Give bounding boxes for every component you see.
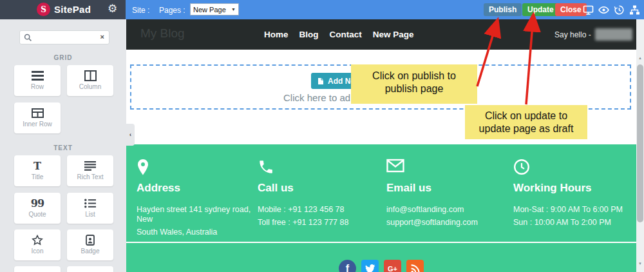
clock-icon — [513, 159, 636, 176]
gplus-glyph: G+ — [388, 265, 397, 272]
widget-label: Title — [14, 173, 61, 180]
sitepad-logo-icon: S — [37, 3, 50, 16]
note-line: update page as draft — [465, 122, 587, 135]
scrollbar-thumb[interactable] — [637, 64, 643, 222]
footer-col-call: Call us Mobile : +91 123 456 78 Toll fre… — [258, 144, 380, 228]
facebook-icon[interactable]: f — [339, 260, 356, 272]
widget-list[interactable]: List — [67, 193, 113, 224]
footer-col-address: Address Hayden street 141 sydney road, N… — [137, 144, 259, 237]
responsive-preview-icon[interactable] — [583, 5, 594, 15]
logo-letter: S — [41, 5, 46, 14]
page-canvas: My Blog Home Blog Contact New Page Say h… — [126, 19, 636, 272]
envelope-icon — [386, 159, 509, 176]
search-icon — [24, 34, 32, 42]
section-title-grid: GRID — [0, 54, 126, 61]
widget-label: Rich Text — [67, 173, 113, 180]
column-icon — [67, 70, 113, 82]
social-links: f G+ — [126, 260, 636, 272]
gear-icon[interactable]: ⚙ — [108, 2, 117, 15]
canvas-scrollbar[interactable]: ▲ ▼ — [636, 19, 644, 272]
chevron-left-icon: ‹ — [129, 131, 131, 138]
section-title-text: TEXT — [0, 144, 126, 151]
widget-row[interactable]: Row — [14, 65, 61, 96]
footer-line: Toll free : +91 123 777 88 — [258, 218, 380, 228]
update-annotation-note: Click on update to update page as draft — [465, 105, 587, 139]
widget-inner-row[interactable]: Inner Row — [14, 102, 61, 133]
redacted-contact — [595, 28, 632, 41]
publish-annotation-note: Click on publish to publish page — [351, 64, 477, 104]
widget-badge[interactable]: Badge — [67, 229, 113, 260]
widget-rich-text[interactable]: Rich Text — [67, 155, 113, 186]
site-label: Site : — [132, 6, 149, 15]
widget-label: Inner Row — [14, 121, 61, 128]
top-toolbar: S SitePad ⚙ Site : Pages : New Page ▼ Pu… — [0, 0, 644, 19]
twitter-icon[interactable] — [361, 260, 379, 272]
brand-area: S SitePad ⚙ — [0, 0, 126, 19]
row-icon — [14, 70, 61, 82]
note-line: Click on update to — [465, 110, 587, 122]
update-button[interactable]: Update — [522, 3, 559, 16]
widget-label: List — [67, 211, 113, 218]
facebook-glyph: f — [346, 263, 349, 272]
star-icon — [14, 234, 61, 246]
scroll-up-icon[interactable]: ▲ — [636, 56, 644, 60]
footer-line: info@softlanding.com — [386, 205, 509, 215]
document-icon — [317, 77, 324, 85]
page-select[interactable]: New Page ▼ — [190, 3, 239, 15]
nav-item-new-page[interactable]: New Page — [373, 30, 414, 39]
scroll-down-icon[interactable]: ▼ — [636, 262, 644, 266]
widget-label: Column — [67, 83, 113, 90]
widgets-sidebar: × GRID Row Column Inner Row TEXT T Title — [0, 19, 126, 272]
footer-line: South Wales, Australia — [137, 228, 259, 237]
widget-partial[interactable] — [67, 266, 113, 272]
pages-label: Pages : — [159, 6, 185, 15]
app-title: SitePad — [54, 4, 91, 15]
phone-icon — [258, 159, 380, 176]
page-select-value: New Page — [193, 6, 226, 14]
footer-line: Mon-Sat : 9:00 AM To 6:00 PM — [513, 205, 636, 215]
footer-title: Working Hours — [513, 182, 636, 195]
footer-col-email: Email us info@softlanding.com support@so… — [386, 144, 509, 228]
nav-item-contact[interactable]: Contact — [330, 30, 362, 39]
footer-divider — [126, 242, 636, 243]
nav-item-blog[interactable]: Blog — [299, 30, 319, 39]
widget-title[interactable]: T Title — [14, 155, 61, 186]
click-here-hint: Click here to ad — [283, 92, 350, 103]
footer-line: Sun : 10:00 AM To 2:00 PM — [513, 218, 636, 228]
site-menu: Home Blog Contact New Page — [264, 19, 414, 50]
chevron-down-icon: ▼ — [231, 7, 236, 12]
search-clear-icon[interactable]: × — [100, 33, 104, 41]
footer-col-hours: Working Hours Mon-Sat : 9:00 AM To 6:00 … — [513, 144, 636, 228]
widget-label: Row — [14, 83, 61, 90]
inner-row-icon — [14, 107, 61, 119]
footer-title: Call us — [258, 182, 380, 195]
widget-label: Quote — [14, 211, 61, 218]
sitemap-icon[interactable] — [629, 5, 640, 15]
sidebar-collapse-toggle[interactable]: ‹ — [126, 124, 135, 146]
widget-icon[interactable]: Icon — [14, 229, 61, 260]
footer-title: Address — [137, 182, 259, 195]
list-icon — [67, 197, 113, 209]
footer-line: Mobile : +91 123 456 78 — [258, 205, 380, 215]
rich-text-icon — [67, 160, 113, 172]
revision-history-icon[interactable] — [614, 5, 625, 15]
widget-partial[interactable] — [14, 266, 61, 272]
rss-icon[interactable] — [406, 260, 424, 272]
preview-eye-icon[interactable] — [598, 5, 609, 15]
footer-line: Hayden street 141 sydney road, New — [137, 205, 259, 224]
google-plus-icon[interactable]: G+ — [384, 260, 401, 272]
contact-footer: Address Hayden street 141 sydney road, N… — [126, 144, 636, 272]
quote-icon: 99 — [14, 197, 61, 209]
sitepad-editor: S SitePad ⚙ Site : Pages : New Page ▼ Pu… — [0, 0, 644, 272]
publish-button[interactable]: Publish — [484, 3, 522, 16]
note-line: publish page — [351, 83, 477, 95]
widget-column[interactable]: Column — [67, 65, 113, 96]
map-pin-icon — [137, 159, 259, 176]
close-button[interactable]: Close — [555, 3, 587, 16]
nav-item-home[interactable]: Home — [264, 30, 289, 39]
widget-quote[interactable]: 99 Quote — [14, 193, 61, 224]
widget-search-input[interactable]: × — [19, 30, 109, 44]
widget-label: Badge — [67, 248, 113, 255]
badge-icon — [67, 234, 113, 246]
footer-title: Email us — [386, 182, 509, 195]
